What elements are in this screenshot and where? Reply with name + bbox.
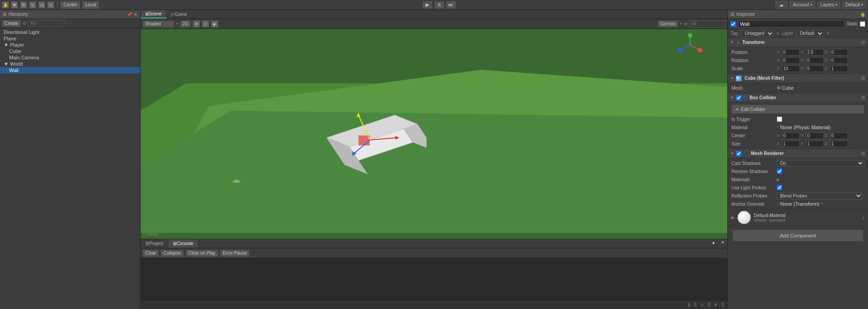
edit-collider-button[interactable]: ✏ Edit Collider <box>731 105 864 114</box>
rotation-y-input[interactable] <box>806 57 824 64</box>
scale-z-input[interactable] <box>830 65 848 72</box>
layers-dropdown[interactable]: Layers <box>817 1 840 9</box>
layout-dropdown[interactable]: Default <box>842 1 866 9</box>
materials-triangle-icon: ▶ <box>777 178 780 182</box>
transform-collapse-icon: ▼ <box>731 40 734 44</box>
box-collider-header[interactable]: ▼ ⬡ Box Collider ⚙ <box>728 93 868 102</box>
add-component-button[interactable]: Add Component <box>732 230 863 241</box>
scene-effects-icon[interactable]: ◈ <box>211 20 218 28</box>
scale-x-input[interactable] <box>782 65 800 72</box>
mesh-renderer-active-checkbox[interactable] <box>736 151 741 156</box>
scale-tool-icon[interactable]: ⤡ <box>29 1 36 9</box>
rotate-tool-icon[interactable]: ↻ <box>20 1 27 9</box>
account-dropdown[interactable]: Account <box>790 1 815 9</box>
reflection-probes-dropdown[interactable]: Blend Probes <box>777 193 863 199</box>
position-x-field: X <box>777 49 800 56</box>
hierarchy-item-player[interactable]: ▼ Player <box>0 42 140 48</box>
collider-size-label: Size <box>731 141 777 146</box>
layer-dropdown[interactable]: Default <box>796 30 824 37</box>
center-z-field: Z <box>825 132 848 139</box>
bottom-panel-expand-icon[interactable]: ▲ <box>709 239 718 248</box>
tag-dropdown[interactable]: Untagged <box>740 30 774 37</box>
box-collider-active-checkbox[interactable] <box>736 95 741 101</box>
hierarchy-item-cube[interactable]: Cube <box>0 48 140 54</box>
hand-tool-icon[interactable]: ✋ <box>2 1 9 9</box>
mesh-renderer-header[interactable]: ▼ ⬛ Mesh Renderer ⚙ <box>728 149 868 158</box>
object-name-input[interactable] <box>738 20 845 28</box>
transform-component-header[interactable]: ▼ ↔ Transform ⚙ <box>728 38 868 47</box>
console-status-bar: ℹ 0 ⚠ 0 ✕ 0 <box>141 300 727 309</box>
inspector-title: Inspector <box>736 12 755 17</box>
is-trigger-label: Is Trigger <box>731 117 777 122</box>
scene-viewport[interactable]: ☁ Y X Z ◁ Persp <box>141 29 727 239</box>
mesh-filter-settings-icon[interactable]: ⚙ <box>861 76 865 81</box>
object-active-checkbox[interactable] <box>731 21 736 27</box>
is-trigger-checkbox[interactable] <box>777 116 782 122</box>
size-y-input[interactable] <box>806 140 824 147</box>
position-x-input[interactable] <box>782 49 800 56</box>
console-tab[interactable]: ⊞ Console <box>168 239 198 248</box>
scale-y-input[interactable] <box>806 65 824 72</box>
mesh-renderer-settings-icon[interactable]: ⚙ <box>861 151 865 156</box>
project-tab[interactable]: ☰ Project <box>141 239 168 248</box>
create-button[interactable]: Create <box>2 20 21 27</box>
size-x-label: X <box>777 141 781 146</box>
pause-button[interactable]: ⏸ <box>434 1 444 9</box>
center-z-input[interactable] <box>830 132 848 139</box>
receive-shadows-checkbox[interactable] <box>777 169 782 174</box>
clear-button[interactable]: Clear <box>142 250 159 257</box>
hierarchy-item-world[interactable]: ▼ World <box>0 61 140 67</box>
hierarchy-item-wall[interactable]: Wall <box>0 67 140 73</box>
hierarchy-pin-icon[interactable]: 📌 <box>127 12 132 17</box>
pivot-mode-button[interactable]: Center <box>60 1 80 9</box>
hierarchy-close-icon[interactable]: ✕ <box>134 12 137 17</box>
size-x-input[interactable] <box>782 140 800 147</box>
size-y-field: Y <box>801 140 824 147</box>
position-z-input[interactable] <box>830 49 848 56</box>
scale-y-field: Y <box>801 65 824 72</box>
center-x-input[interactable] <box>782 132 800 139</box>
rect-tool-icon[interactable]: ▭ <box>38 1 45 9</box>
anchor-override-num: 0 <box>821 201 823 207</box>
inspector-lock-icon[interactable]: 🔒 <box>860 12 865 17</box>
perspective-gizmo[interactable]: Y X Z <box>677 33 702 58</box>
scene-audio-icon[interactable]: ♪ <box>202 20 209 28</box>
box-collider-settings-icon[interactable]: ⚙ <box>861 95 865 100</box>
clear-on-play-button[interactable]: Clear on Play <box>186 250 218 257</box>
material-right-arrow-icon[interactable]: › <box>862 214 864 221</box>
cast-shadows-dropdown[interactable]: On <box>777 160 864 167</box>
game-tab[interactable]: ▷ Game <box>167 10 192 19</box>
rotation-x-input[interactable] <box>782 57 800 64</box>
hierarchy-item-main-camera[interactable]: Main Camera <box>0 54 140 61</box>
2d-button[interactable]: 2D <box>180 20 191 28</box>
scene-tab[interactable]: ⊞ Scene <box>141 10 167 19</box>
static-checkbox[interactable] <box>860 21 865 27</box>
error-pause-button[interactable]: Error Pause <box>220 250 250 257</box>
hierarchy-item-plane[interactable]: Plane <box>0 35 140 42</box>
move-tool-icon[interactable]: ✥ <box>11 1 18 9</box>
size-z-input[interactable] <box>830 140 848 147</box>
bottom-panel-close-icon[interactable]: ✕ <box>718 239 727 248</box>
mesh-filter-title: Cube (Mesh Filter) <box>745 76 859 81</box>
gizmos-button[interactable]: Gizmos <box>657 20 678 28</box>
position-y-input[interactable] <box>806 49 824 56</box>
svg-text:Y: Y <box>688 33 691 35</box>
step-button[interactable]: ⏭ <box>446 1 456 9</box>
use-light-probes-checkbox[interactable] <box>777 185 782 190</box>
cloud-button[interactable]: ☁ <box>775 1 788 9</box>
transform-settings-icon[interactable]: ⚙ <box>861 40 865 45</box>
hierarchy-item-directional-light[interactable]: Directional Light <box>0 29 140 35</box>
scene-search-input[interactable] <box>689 20 726 28</box>
scene-lighting-icon[interactable]: ☀ <box>193 20 200 28</box>
coord-system-button[interactable]: Local <box>82 1 99 9</box>
scale-z-label: Z <box>825 66 829 71</box>
center-y-input[interactable] <box>806 132 824 139</box>
rotation-z-input[interactable] <box>830 57 848 64</box>
wall-label: Wall <box>9 68 19 73</box>
transform-tool-icon[interactable]: ⊹ <box>47 1 54 9</box>
hierarchy-search-input[interactable] <box>28 20 64 27</box>
play-button[interactable]: ▶ <box>422 1 432 9</box>
shading-dropdown[interactable]: Shaded <box>142 20 174 28</box>
mesh-filter-header[interactable]: ▼ ▣ Cube (Mesh Filter) ⚙ <box>728 74 868 83</box>
collapse-button[interactable]: Collapse <box>161 250 184 257</box>
